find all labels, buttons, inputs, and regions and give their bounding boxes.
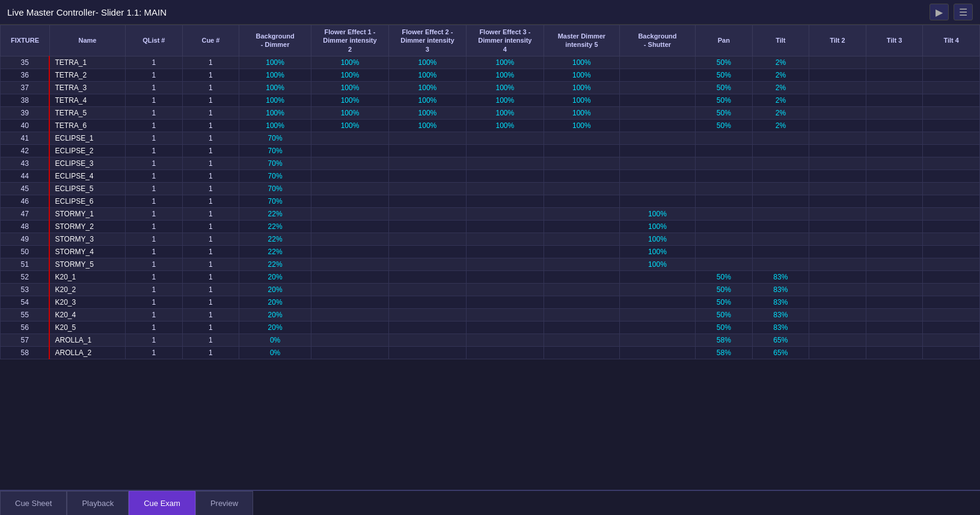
cell-bgShutter xyxy=(619,56,695,69)
table-row[interactable]: 44ECLIPSE_41170% xyxy=(1,169,980,182)
cell-bgShutter: 100% xyxy=(619,245,695,258)
cell-tilt: 83% xyxy=(752,308,809,321)
cell-master xyxy=(544,220,619,233)
cell-cue: 1 xyxy=(182,245,239,258)
table-row[interactable]: 42ECLIPSE_21170% xyxy=(1,144,980,157)
table-row[interactable]: 35TETRA_111100%100%100%100%100%50%2% xyxy=(1,56,980,69)
table-row[interactable]: 38TETRA_411100%100%100%100%100%50%2% xyxy=(1,94,980,106)
header-tilt3: Tilt 3 xyxy=(866,25,923,56)
table-row[interactable]: 50STORMY_41122%100% xyxy=(1,245,980,258)
cell-tilt xyxy=(752,207,809,220)
cell-fe2 xyxy=(388,346,466,359)
table-row[interactable]: 36TETRA_211100%100%100%100%100%50%2% xyxy=(1,69,980,81)
cell-name: STORMY_3 xyxy=(49,233,125,245)
cell-fe3 xyxy=(466,283,544,296)
cell-fe3 xyxy=(466,182,544,195)
cell-master xyxy=(544,346,619,359)
tab-preview[interactable]: Preview xyxy=(195,491,253,515)
cell-tilt4 xyxy=(923,106,980,119)
header-fixture: FIXTURE xyxy=(1,25,50,56)
tab-playback[interactable]: Playback xyxy=(67,491,129,515)
cell-qlist: 1 xyxy=(126,283,183,296)
table-row[interactable]: 45ECLIPSE_51170% xyxy=(1,182,980,195)
cell-master: 100% xyxy=(544,69,619,81)
cell-fe1 xyxy=(311,283,389,296)
table-row[interactable]: 57AROLLA_1110%58%65% xyxy=(1,334,980,346)
cell-bgDimmer: 100% xyxy=(239,69,311,81)
cell-fe2 xyxy=(388,220,466,233)
cell-tilt2 xyxy=(809,157,866,169)
cell-fixture: 57 xyxy=(1,334,50,346)
cell-pan: 50% xyxy=(696,69,753,81)
table-row[interactable]: 46ECLIPSE_61170% xyxy=(1,195,980,207)
cell-tilt xyxy=(752,157,809,169)
cell-bgShutter xyxy=(619,157,695,169)
cell-bgDimmer: 70% xyxy=(239,144,311,157)
cell-fe3 xyxy=(466,245,544,258)
cell-cue: 1 xyxy=(182,132,239,144)
cell-fe3 xyxy=(466,321,544,334)
cell-tilt: 65% xyxy=(752,346,809,359)
cell-tilt3 xyxy=(866,220,923,233)
tab-cue-sheet[interactable]: Cue Sheet xyxy=(0,491,67,515)
cell-tilt2 xyxy=(809,245,866,258)
cell-pan: 50% xyxy=(696,283,753,296)
cell-name: STORMY_4 xyxy=(49,245,125,258)
cell-pan xyxy=(696,169,753,182)
tab-cue-exam[interactable]: Cue Exam xyxy=(129,491,195,515)
cell-name: ECLIPSE_2 xyxy=(49,144,125,157)
cell-fe1 xyxy=(311,132,389,144)
cell-tilt3 xyxy=(866,245,923,258)
table-row[interactable]: 49STORMY_31122%100% xyxy=(1,233,980,245)
cell-tilt2 xyxy=(809,334,866,346)
cell-fe2 xyxy=(388,308,466,321)
cell-tilt4 xyxy=(923,220,980,233)
cell-fe1 xyxy=(311,245,389,258)
table-row[interactable]: 37TETRA_311100%100%100%100%100%50%2% xyxy=(1,81,980,94)
cell-pan xyxy=(696,233,753,245)
cell-fe1 xyxy=(311,321,389,334)
cell-master xyxy=(544,308,619,321)
cell-tilt3 xyxy=(866,207,923,220)
play-icon-button[interactable]: ▶ xyxy=(929,4,949,20)
table-row[interactable]: 56K20_51120%50%83% xyxy=(1,321,980,334)
settings-icon-button[interactable]: ☰ xyxy=(954,4,973,20)
table-row[interactable]: 54K20_31120%50%83% xyxy=(1,296,980,308)
cell-tilt2 xyxy=(809,69,866,81)
cell-master xyxy=(544,182,619,195)
cell-cue: 1 xyxy=(182,56,239,69)
table-row[interactable]: 47STORMY_11122%100% xyxy=(1,207,980,220)
cell-name: K20_1 xyxy=(49,270,125,283)
cell-master xyxy=(544,296,619,308)
cell-cue: 1 xyxy=(182,233,239,245)
cell-tilt4 xyxy=(923,69,980,81)
table-row[interactable]: 40TETRA_611100%100%100%100%100%50%2% xyxy=(1,119,980,132)
main-table: FIXTURENameQList #Cue #Background - Dimm… xyxy=(0,25,980,359)
cell-tilt xyxy=(752,144,809,157)
cell-tilt3 xyxy=(866,144,923,157)
cell-master xyxy=(544,270,619,283)
table-row[interactable]: 52K20_11120%50%83% xyxy=(1,270,980,283)
table-row[interactable]: 43ECLIPSE_31170% xyxy=(1,157,980,169)
cell-qlist: 1 xyxy=(126,334,183,346)
cell-fe3 xyxy=(466,220,544,233)
cell-tilt2 xyxy=(809,283,866,296)
table-row[interactable]: 58AROLLA_2110%58%65% xyxy=(1,346,980,359)
cell-fixture: 42 xyxy=(1,144,50,157)
table-row[interactable]: 55K20_41120%50%83% xyxy=(1,308,980,321)
cell-tilt3 xyxy=(866,258,923,270)
table-row[interactable]: 53K20_21120%50%83% xyxy=(1,283,980,296)
table-container[interactable]: FIXTURENameQList #Cue #Background - Dimm… xyxy=(0,25,980,490)
cell-name: ECLIPSE_5 xyxy=(49,182,125,195)
cell-tilt: 2% xyxy=(752,94,809,106)
cell-tilt4 xyxy=(923,157,980,169)
cell-fe2 xyxy=(388,283,466,296)
table-row[interactable]: 48STORMY_21122%100% xyxy=(1,220,980,233)
cell-tilt4 xyxy=(923,195,980,207)
table-row[interactable]: 39TETRA_511100%100%100%100%100%50%2% xyxy=(1,106,980,119)
table-row[interactable]: 51STORMY_51122%100% xyxy=(1,258,980,270)
table-row[interactable]: 41ECLIPSE_11170% xyxy=(1,132,980,144)
cell-bgShutter: 100% xyxy=(619,220,695,233)
cell-fe1: 100% xyxy=(311,81,389,94)
cell-cue: 1 xyxy=(182,283,239,296)
